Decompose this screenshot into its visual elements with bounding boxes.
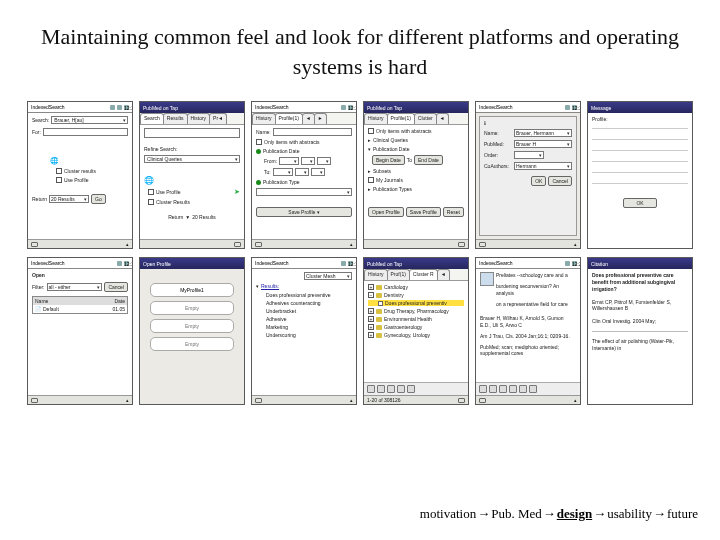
screen-palm-contact: IndexedSearch 12:16 ℹ Name:Brauer, Herma… bbox=[475, 101, 581, 249]
tree-item[interactable]: −Dentistry bbox=[368, 292, 464, 298]
reset-button[interactable]: Reset bbox=[443, 207, 464, 217]
keyboard-icon[interactable] bbox=[255, 398, 262, 403]
folder-icon bbox=[376, 285, 382, 290]
arrow-icon: → bbox=[592, 506, 607, 521]
tree-item[interactable]: +Environmental Health bbox=[368, 316, 464, 322]
filter-dropdown[interactable]: all - either bbox=[47, 283, 103, 291]
window-header: IndexedSearch 12:12 bbox=[252, 102, 356, 113]
list-item[interactable]: Underscoring bbox=[266, 332, 352, 338]
ok-button[interactable]: OK bbox=[623, 198, 656, 208]
list-item[interactable]: Underbracket bbox=[266, 308, 352, 314]
tree-item[interactable]: +Gastroenterology bbox=[368, 324, 464, 330]
tool-icon[interactable] bbox=[367, 385, 375, 393]
profile-slot[interactable]: MyProfile1 bbox=[150, 283, 234, 297]
cancel-button[interactable]: Cancel bbox=[104, 282, 128, 292]
useprofile-checkbox[interactable] bbox=[148, 189, 154, 195]
pubmed-input[interactable]: Brauer H bbox=[514, 140, 572, 148]
cancel-button[interactable]: Cancel bbox=[548, 176, 572, 186]
end-date-button[interactable]: End Date bbox=[414, 155, 443, 165]
order-input[interactable] bbox=[514, 151, 544, 159]
tool-icon[interactable] bbox=[489, 385, 497, 393]
cluster-checkbox[interactable] bbox=[148, 199, 154, 205]
list-item[interactable]: Does professional preventive bbox=[266, 292, 352, 298]
tool-icon[interactable] bbox=[407, 385, 415, 393]
cluster-checkbox[interactable] bbox=[56, 168, 62, 174]
profile-slot-empty[interactable]: Empty bbox=[150, 319, 234, 333]
save-profile-button[interactable]: Save Profile ▾ bbox=[256, 207, 352, 217]
window-header: IndexedSearch 12:12 bbox=[28, 102, 132, 113]
cluster-dropdown[interactable]: Cluster Mesh bbox=[304, 272, 352, 280]
refine-dropdown[interactable]: Clinical Queries bbox=[144, 155, 240, 163]
search-dropdown[interactable]: Brauer, H[au] bbox=[51, 116, 128, 124]
screen-ppc-search: PubMed on Tap Search Results History Pr◄… bbox=[139, 101, 245, 249]
screen-ppc-profile: PubMed on Tap History Profile(1) Clutter… bbox=[363, 101, 469, 249]
list-item[interactable]: Marketing bbox=[266, 324, 352, 330]
tool-icon[interactable] bbox=[377, 385, 385, 393]
tool-icon[interactable] bbox=[519, 385, 527, 393]
tab-profile[interactable]: Profile(1) bbox=[275, 113, 303, 124]
begin-date-button[interactable]: Begin Date bbox=[372, 155, 405, 165]
screen-ppc-message: Message Profile: OK bbox=[587, 101, 693, 249]
for-input[interactable] bbox=[43, 128, 128, 136]
status-icons: 12:12 bbox=[110, 105, 129, 110]
keyboard-icon[interactable] bbox=[234, 242, 241, 247]
tab-bar: History Profile(1) ◄ ► bbox=[252, 113, 356, 125]
useprofile-checkbox[interactable] bbox=[56, 177, 62, 183]
tab-search[interactable]: Search bbox=[140, 113, 164, 124]
breadcrumb-item: future bbox=[667, 506, 698, 521]
coauthors-input[interactable]: Hermann bbox=[514, 162, 572, 170]
keyboard-icon[interactable] bbox=[479, 242, 486, 247]
name-input[interactable]: Brauer, Hermann bbox=[514, 129, 572, 137]
keyboard-icon[interactable] bbox=[255, 242, 262, 247]
breadcrumb-item: usability bbox=[607, 506, 652, 521]
open-profile-button[interactable]: Open Profile bbox=[368, 207, 404, 217]
tab-history[interactable]: History bbox=[252, 113, 276, 124]
breadcrumb-item: motivation bbox=[420, 506, 476, 521]
body: Name: Only items with abstracts Publicat… bbox=[252, 125, 356, 239]
search-input[interactable] bbox=[144, 128, 240, 138]
keyboard-icon[interactable] bbox=[479, 398, 486, 403]
tree-item[interactable]: Does professional preventiv bbox=[368, 300, 464, 306]
expand-icon[interactable] bbox=[256, 180, 261, 185]
thumbnail-icon bbox=[480, 272, 494, 286]
tab-results[interactable]: Results bbox=[163, 113, 188, 124]
tool-icon[interactable] bbox=[509, 385, 517, 393]
tab-history[interactable]: History bbox=[187, 113, 211, 124]
tree-item[interactable]: +Cardiology bbox=[368, 284, 464, 290]
arrow-icon: → bbox=[652, 506, 667, 521]
tree-item[interactable]: +Gynecology, Urology bbox=[368, 332, 464, 338]
arrow-icon[interactable]: ➤ bbox=[234, 188, 240, 196]
search-label: Search: bbox=[32, 117, 49, 123]
pubtype-dropdown[interactable] bbox=[256, 188, 352, 196]
tab-scroll-left[interactable]: Pr◄ bbox=[209, 113, 227, 124]
tab-bar: History Profile(1) Clutter ◄ bbox=[364, 113, 468, 125]
screen-palm-cluster: IndexedSearch 12:17 Cluster Mesh ▾Result… bbox=[251, 257, 357, 405]
keyboard-icon[interactable] bbox=[458, 398, 465, 403]
keyboard-icon[interactable] bbox=[458, 242, 465, 247]
ok-button[interactable]: OK bbox=[531, 176, 546, 186]
tool-icon[interactable] bbox=[499, 385, 507, 393]
footer bbox=[140, 239, 244, 248]
tool-icon[interactable] bbox=[479, 385, 487, 393]
window-header: Open Profile bbox=[140, 258, 244, 269]
body: Only items with abstracts ▸Clinical Quer… bbox=[364, 125, 468, 239]
tree-item[interactable]: +Drug Therapy, Pharmacology bbox=[368, 308, 464, 314]
go-button[interactable]: Go bbox=[91, 194, 106, 204]
tool-icon[interactable] bbox=[397, 385, 405, 393]
keyboard-icon[interactable] bbox=[31, 242, 38, 247]
globe-icon: 🌐 bbox=[144, 176, 154, 185]
list-item[interactable]: Adhesive bbox=[266, 316, 352, 322]
return-dropdown[interactable]: 20 Results bbox=[49, 195, 89, 203]
save-profile-button[interactable]: Save Profile bbox=[406, 207, 441, 217]
list-item[interactable]: Adhesives counteracting bbox=[266, 300, 352, 306]
name-input[interactable] bbox=[273, 128, 352, 136]
expand-icon[interactable] bbox=[256, 149, 261, 154]
tool-icon[interactable] bbox=[529, 385, 537, 393]
profile-slot-empty[interactable]: Empty bbox=[150, 337, 234, 351]
abstracts-checkbox[interactable] bbox=[256, 139, 262, 145]
tool-icon[interactable] bbox=[387, 385, 395, 393]
keyboard-icon[interactable] bbox=[31, 398, 38, 403]
profile-slot-empty[interactable]: Empty bbox=[150, 301, 234, 315]
window-header: PubMed on Tap bbox=[364, 102, 468, 113]
screen-ppc-tree: PubMed on Tap History Prof(1) Cluster R … bbox=[363, 257, 469, 405]
